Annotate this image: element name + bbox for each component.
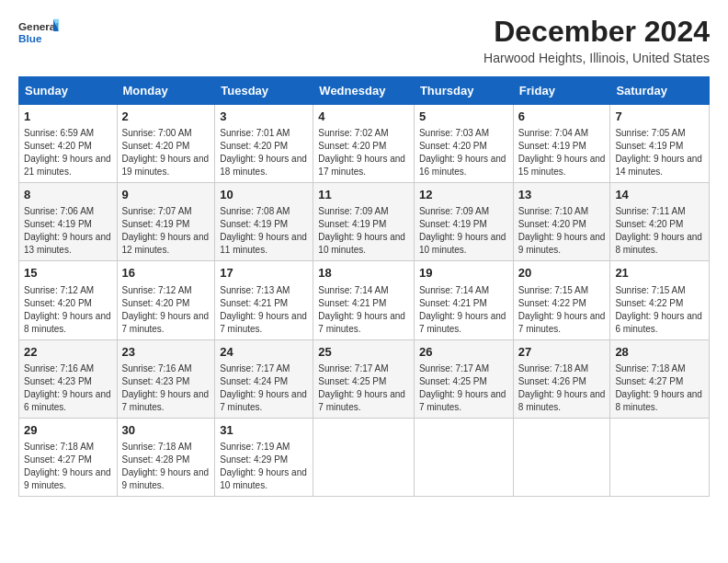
calendar-cell	[610, 418, 710, 496]
calendar-cell: 24Sunrise: 7:17 AMSunset: 4:24 PMDayligh…	[215, 339, 313, 418]
daylight-label: Daylight: 9 hours and 7 minutes.	[122, 311, 210, 334]
daylight-label: Daylight: 9 hours and 7 minutes.	[419, 389, 506, 412]
sunrise-label: Sunrise: 7:02 AM	[318, 128, 388, 138]
sunset-label: Sunset: 4:23 PM	[122, 376, 190, 386]
daylight-label: Daylight: 9 hours and 15 minutes.	[518, 154, 606, 177]
day-number: 15	[24, 265, 112, 282]
daylight-label: Daylight: 9 hours and 7 minutes.	[419, 311, 506, 334]
weekday-header-sunday: Sunday	[19, 77, 118, 105]
calendar-cell: 27Sunrise: 7:18 AMSunset: 4:26 PMDayligh…	[513, 339, 610, 418]
day-number: 19	[419, 265, 508, 282]
sunset-label: Sunset: 4:25 PM	[318, 376, 386, 386]
day-number: 7	[615, 109, 704, 125]
day-number: 21	[615, 265, 704, 282]
calendar-cell: 28Sunrise: 7:18 AMSunset: 4:27 PMDayligh…	[610, 339, 710, 418]
sunrise-label: Sunrise: 7:18 AM	[518, 363, 588, 373]
weekday-header-monday: Monday	[117, 77, 215, 105]
day-number: 5	[419, 109, 508, 125]
calendar-week-2: 8Sunrise: 7:06 AMSunset: 4:19 PMDaylight…	[19, 183, 710, 261]
sunrise-label: Sunrise: 7:13 AM	[220, 285, 290, 295]
day-number: 11	[318, 187, 409, 203]
day-number: 6	[518, 109, 606, 125]
weekday-header-tuesday: Tuesday	[215, 77, 313, 105]
sunrise-label: Sunrise: 7:06 AM	[24, 206, 94, 216]
sunrise-label: Sunrise: 6:59 AM	[24, 128, 94, 138]
calendar-week-4: 22Sunrise: 7:16 AMSunset: 4:23 PMDayligh…	[19, 339, 710, 418]
calendar-cell: 8Sunrise: 7:06 AMSunset: 4:19 PMDaylight…	[19, 183, 118, 261]
day-number: 14	[615, 187, 704, 203]
daylight-label: Daylight: 9 hours and 8 minutes.	[615, 232, 702, 255]
calendar-cell: 15Sunrise: 7:12 AMSunset: 4:20 PMDayligh…	[19, 261, 118, 339]
calendar-table: SundayMondayTuesdayWednesdayThursdayFrid…	[18, 76, 710, 497]
sunset-label: Sunset: 4:29 PM	[220, 454, 288, 465]
daylight-label: Daylight: 9 hours and 8 minutes.	[615, 389, 702, 412]
sunrise-label: Sunrise: 7:07 AM	[122, 206, 192, 216]
sunrise-label: Sunrise: 7:17 AM	[220, 363, 290, 373]
calendar-week-5: 29Sunrise: 7:18 AMSunset: 4:27 PMDayligh…	[19, 418, 710, 496]
sunrise-label: Sunrise: 7:16 AM	[24, 363, 94, 373]
sunset-label: Sunset: 4:21 PM	[318, 298, 386, 308]
month-year: December 2024	[483, 15, 710, 49]
day-number: 2	[122, 109, 210, 125]
day-number: 30	[122, 422, 210, 439]
weekday-header-thursday: Thursday	[414, 77, 513, 105]
calendar-cell: 7Sunrise: 7:05 AMSunset: 4:19 PMDaylight…	[610, 105, 710, 183]
day-number: 23	[122, 344, 210, 361]
title-area: December 2024 Harwood Heights, Illinois,…	[483, 15, 710, 65]
calendar-cell: 11Sunrise: 7:09 AMSunset: 4:19 PMDayligh…	[313, 183, 415, 261]
calendar-cell: 1Sunrise: 6:59 AMSunset: 4:20 PMDaylight…	[19, 105, 118, 183]
daylight-label: Daylight: 9 hours and 19 minutes.	[122, 154, 210, 177]
day-number: 4	[318, 109, 409, 125]
daylight-label: Daylight: 9 hours and 7 minutes.	[122, 389, 210, 412]
sunrise-label: Sunrise: 7:18 AM	[24, 442, 94, 452]
sunset-label: Sunset: 4:27 PM	[615, 376, 683, 386]
calendar-cell	[414, 418, 513, 496]
svg-text:General: General	[18, 20, 59, 32]
daylight-label: Daylight: 9 hours and 14 minutes.	[615, 154, 702, 177]
sunset-label: Sunset: 4:19 PM	[318, 219, 386, 229]
daylight-label: Daylight: 9 hours and 10 minutes.	[220, 467, 307, 490]
daylight-label: Daylight: 9 hours and 8 minutes.	[24, 311, 111, 334]
calendar-cell: 4Sunrise: 7:02 AMSunset: 4:20 PMDaylight…	[313, 105, 415, 183]
weekday-header-friday: Friday	[513, 77, 610, 105]
calendar-cell: 31Sunrise: 7:19 AMSunset: 4:29 PMDayligh…	[215, 418, 313, 496]
sunrise-label: Sunrise: 7:09 AM	[419, 206, 489, 216]
sunset-label: Sunset: 4:25 PM	[419, 376, 487, 386]
daylight-label: Daylight: 9 hours and 7 minutes.	[220, 389, 307, 412]
sunset-label: Sunset: 4:19 PM	[419, 219, 487, 229]
location: Harwood Heights, Illinois, United States	[483, 51, 710, 65]
sunrise-label: Sunrise: 7:10 AM	[518, 206, 588, 216]
weekday-header-row: SundayMondayTuesdayWednesdayThursdayFrid…	[19, 77, 710, 105]
sunset-label: Sunset: 4:20 PM	[615, 219, 683, 229]
sunrise-label: Sunrise: 7:15 AM	[615, 285, 685, 295]
day-number: 9	[122, 187, 210, 203]
day-number: 10	[220, 187, 308, 203]
day-number: 22	[24, 344, 112, 361]
calendar-cell: 6Sunrise: 7:04 AMSunset: 4:19 PMDaylight…	[513, 105, 610, 183]
sunset-label: Sunset: 4:20 PM	[220, 141, 288, 151]
daylight-label: Daylight: 9 hours and 10 minutes.	[419, 232, 506, 255]
calendar-cell: 21Sunrise: 7:15 AMSunset: 4:22 PMDayligh…	[610, 261, 710, 339]
daylight-label: Daylight: 9 hours and 9 minutes.	[518, 232, 606, 255]
day-number: 26	[419, 344, 508, 361]
calendar-cell: 9Sunrise: 7:07 AMSunset: 4:19 PMDaylight…	[117, 183, 215, 261]
sunset-label: Sunset: 4:20 PM	[122, 298, 190, 308]
calendar-cell	[313, 418, 415, 496]
sunset-label: Sunset: 4:20 PM	[24, 141, 92, 151]
daylight-label: Daylight: 9 hours and 9 minutes.	[122, 467, 210, 490]
calendar-cell: 17Sunrise: 7:13 AMSunset: 4:21 PMDayligh…	[215, 261, 313, 339]
weekday-header-wednesday: Wednesday	[313, 77, 415, 105]
sunset-label: Sunset: 4:23 PM	[24, 376, 92, 386]
calendar-cell: 25Sunrise: 7:17 AMSunset: 4:25 PMDayligh…	[313, 339, 415, 418]
day-number: 29	[24, 422, 112, 439]
daylight-label: Daylight: 9 hours and 11 minutes.	[220, 232, 307, 255]
daylight-label: Daylight: 9 hours and 7 minutes.	[318, 389, 405, 412]
sunset-label: Sunset: 4:22 PM	[518, 298, 586, 308]
sunrise-label: Sunrise: 7:03 AM	[419, 128, 489, 138]
sunset-label: Sunset: 4:24 PM	[220, 376, 288, 386]
sunset-label: Sunset: 4:20 PM	[122, 141, 190, 151]
sunset-label: Sunset: 4:19 PM	[220, 219, 288, 229]
calendar-cell: 19Sunrise: 7:14 AMSunset: 4:21 PMDayligh…	[414, 261, 513, 339]
day-number: 25	[318, 344, 409, 361]
sunset-label: Sunset: 4:21 PM	[419, 298, 487, 308]
